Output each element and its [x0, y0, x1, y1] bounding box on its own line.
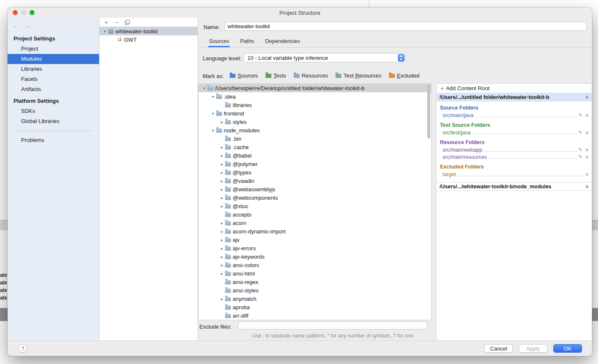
tree-row-types[interactable]: ▸@types — [198, 168, 431, 177]
tree-row-bin[interactable]: .bin — [198, 134, 431, 143]
remove-icon[interactable]: × — [585, 184, 589, 190]
language-level-select[interactable]: 10 - Local variable type inference — [244, 53, 406, 62]
sidebar-item-project[interactable]: Project — [8, 44, 99, 54]
cancel-button[interactable]: Cancel — [484, 344, 513, 353]
tree-row-arr-diff[interactable]: arr-diff — [198, 311, 431, 320]
remove-icon[interactable]: × — [585, 147, 589, 153]
tree-row-acorn[interactable]: ▸acorn — [198, 219, 431, 227]
copy-module-icon[interactable] — [125, 20, 129, 24]
titlebar[interactable]: Project Structure — [8, 8, 592, 18]
mark-as-resources-button[interactable]: Resources — [294, 72, 328, 79]
tree-row-ajv-keywords[interactable]: ▸ajv-keywords — [198, 252, 431, 261]
remove-module-icon[interactable]: − — [114, 19, 119, 25]
zoom-button[interactable] — [29, 10, 35, 15]
exclude-files-input[interactable] — [238, 321, 427, 329]
remove-icon[interactable]: × — [585, 130, 589, 136]
scrollbar-thumb[interactable] — [427, 85, 430, 139]
disclosure-open-icon[interactable]: ▾ — [201, 86, 207, 91]
tree-row-aproba[interactable]: aproba — [198, 303, 431, 311]
ok-button[interactable]: OK — [553, 344, 582, 353]
sidebar-item-global-libraries[interactable]: Global Libraries — [8, 116, 99, 126]
content-root-1[interactable]: /Users/.../whitewater-toolkit-b/node_mod… — [437, 182, 592, 191]
disclosure-closed-icon[interactable]: ▸ — [219, 254, 225, 259]
folder-entry-src-test-java[interactable]: src/test/java✎× — [442, 129, 589, 136]
tree-row-accepts[interactable]: accepts — [198, 210, 431, 219]
tree-row-idea[interactable]: ▾.idea — [198, 92, 431, 101]
sidebar-item-facets[interactable]: Facets — [8, 74, 99, 84]
disclosure-closed-icon[interactable]: ▸ — [219, 153, 225, 158]
disclosure-open-icon[interactable]: ▾ — [210, 128, 216, 133]
disclosure-closed-icon[interactable]: ▸ — [219, 221, 225, 225]
tree-row-ansi-colors[interactable]: ▸ansi-colors — [198, 261, 431, 269]
add-content-root-button[interactable]: Add Content Root — [437, 84, 592, 93]
tab-sources[interactable]: Sources — [209, 38, 229, 47]
module-name-input[interactable] — [225, 22, 587, 31]
edit-icon[interactable]: ✎ — [579, 154, 582, 160]
tree-row-ajv-errors[interactable]: ▸ajv-errors — [198, 244, 431, 252]
disclosure-closed-icon[interactable]: ▸ — [219, 195, 225, 200]
remove-icon[interactable]: × — [585, 171, 589, 177]
disclosure-closed-icon[interactable]: ▸ — [219, 170, 225, 175]
tree-row-ansi-regex[interactable]: ansi-regex — [198, 278, 431, 286]
tree-row-ansi-styles[interactable]: ansi-styles — [198, 286, 431, 294]
back-arrow-icon[interactable] — [13, 22, 23, 29]
tree-row-ansi-html[interactable]: ▸ansi-html — [198, 269, 431, 278]
module-row-whitewater-toolkit[interactable]: ▾ whitewater-toolkit — [99, 27, 198, 35]
folder-entry-src-main-java[interactable]: src/main/java✎× — [442, 112, 589, 119]
tab-dependencies[interactable]: Dependencies — [265, 38, 300, 47]
disclosure-open-icon[interactable]: ▾ — [210, 111, 216, 116]
tree-row-node-modules[interactable]: ▾node_modules — [198, 126, 431, 134]
tree-row-anymatch[interactable]: ▸anymatch — [198, 294, 431, 303]
help-button[interactable]: ? — [19, 344, 27, 353]
tree-row-users-benstpierre-desktop-untitled-folder-whitewater-toolkit-b[interactable]: ▾/Users/benstpierre/Desktop/untitled fol… — [198, 84, 431, 92]
folder-entry-src-main-webapp[interactable]: src/main/webapp✎× — [442, 146, 589, 153]
forward-arrow-icon[interactable] — [24, 22, 35, 29]
tree-row-polymer[interactable]: ▸@polymer — [198, 160, 431, 168]
disclosure-closed-icon[interactable]: ▸ — [219, 120, 225, 124]
folder-entry-target[interactable]: target× — [442, 171, 589, 178]
sidebar-item-modules[interactable]: Modules — [8, 54, 99, 64]
tree-row-cache[interactable]: ▸.cache — [198, 143, 431, 151]
sidebar-item-problems[interactable]: Problems — [8, 135, 99, 145]
disclosure-closed-icon[interactable]: ▸ — [219, 297, 225, 301]
sidebar-item-artifacts[interactable]: Artifacts — [8, 84, 99, 94]
tree-row-vaadin[interactable]: ▸@vaadin — [198, 177, 431, 185]
disclosure-open-icon[interactable]: ▾ — [210, 94, 216, 99]
tree-row-acorn-dynamic-import[interactable]: ▸acorn-dynamic-import — [198, 227, 431, 236]
disclosure-closed-icon[interactable]: ▸ — [219, 204, 225, 209]
tree-row-xtuc[interactable]: ▸@xtuc — [198, 202, 431, 210]
tab-paths[interactable]: Paths — [240, 38, 254, 47]
remove-icon[interactable]: × — [585, 112, 589, 118]
tree-row-webcomponents[interactable]: ▸@webcomponents — [198, 193, 431, 202]
disclosure-closed-icon[interactable]: ▸ — [219, 187, 225, 192]
edit-icon[interactable]: ✎ — [579, 112, 582, 118]
tree-row-webassemblyjs[interactable]: ▸@webassemblyjs — [198, 185, 431, 193]
tree-row-libraries[interactable]: libraries — [198, 101, 431, 109]
close-button[interactable] — [13, 10, 18, 15]
content-root-0[interactable]: /Users/.../untitled folder/whitewater-to… — [437, 93, 592, 102]
disclosure-closed-icon[interactable]: ▸ — [219, 162, 225, 166]
edit-icon[interactable]: ✎ — [579, 130, 582, 135]
disclosure-closed-icon[interactable]: ▸ — [219, 179, 225, 183]
mark-as-excluded-button[interactable]: Excluded — [389, 72, 419, 79]
remove-icon[interactable]: × — [585, 94, 589, 100]
sidebar-item-sdks[interactable]: SDKs — [8, 106, 99, 116]
mark-as-sources-button[interactable]: Sources — [230, 72, 258, 79]
add-module-icon[interactable]: + — [104, 19, 109, 25]
mark-as-test-resources-button[interactable]: Test Resources — [335, 72, 381, 79]
disclosure-closed-icon[interactable]: ▸ — [219, 238, 225, 242]
disclosure-closed-icon[interactable]: ▸ — [219, 271, 225, 276]
disclosure-closed-icon[interactable]: ▸ — [219, 229, 225, 234]
sidebar-item-libraries[interactable]: Libraries — [8, 64, 99, 74]
tree-row-ajv[interactable]: ▸ajv — [198, 236, 431, 244]
remove-icon[interactable]: × — [585, 154, 589, 160]
edit-icon[interactable]: ✎ — [579, 147, 582, 153]
disclosure-closed-icon[interactable]: ▸ — [219, 246, 225, 251]
apply-button[interactable]: Apply — [519, 344, 547, 353]
tree-row-frontend[interactable]: ▾frontend — [198, 109, 431, 118]
minimize-button[interactable] — [21, 10, 26, 15]
facet-row-gwt[interactable]: GWT — [99, 35, 198, 44]
tree-row-babel[interactable]: ▸@babel — [198, 151, 431, 160]
disclosure-open-icon[interactable]: ▾ — [102, 29, 108, 34]
disclosure-closed-icon[interactable]: ▸ — [219, 263, 225, 268]
